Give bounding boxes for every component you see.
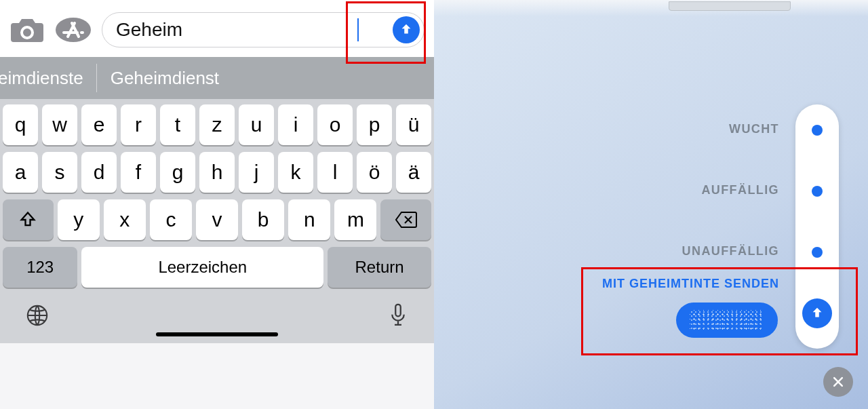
key-oe[interactable]: ö [357, 152, 392, 193]
top-blur [434, 0, 868, 16]
effect-dot-2[interactable] [812, 186, 823, 197]
key-k[interactable]: k [278, 152, 313, 193]
key-r[interactable]: r [121, 104, 156, 145]
key-q[interactable]: q [3, 104, 38, 145]
key-h[interactable]: h [199, 152, 235, 193]
key-j[interactable]: j [239, 152, 274, 193]
effect-label-gentle[interactable]: UNAUFFÄLLIG [682, 244, 779, 258]
key-y[interactable]: y [58, 199, 100, 240]
key-t[interactable]: t [160, 104, 195, 145]
effect-label-invisible-ink[interactable]: MIT GEHEIMTINTE SENDEN [602, 277, 779, 291]
space-key[interactable]: Leerzeichen [81, 247, 323, 288]
key-c[interactable]: c [150, 199, 192, 240]
camera-icon[interactable] [9, 16, 45, 43]
key-g[interactable]: g [160, 152, 195, 193]
key-z[interactable]: z [199, 104, 235, 145]
key-u[interactable]: u [239, 104, 274, 145]
return-key[interactable]: Return [328, 247, 431, 288]
key-n[interactable]: n [288, 199, 330, 240]
key-a[interactable]: a [3, 152, 38, 193]
key-l[interactable]: l [317, 152, 353, 193]
message-bubble-preview [676, 303, 778, 338]
key-i[interactable]: i [278, 104, 313, 145]
mic-icon[interactable] [388, 303, 408, 328]
key-f[interactable]: f [121, 152, 156, 193]
effect-label-loud[interactable]: AUFFÄLLIG [701, 183, 779, 197]
key-b[interactable]: b [242, 199, 284, 240]
keyboard: q w e r t z u i o p ü a s d f g h j k l … [0, 99, 434, 343]
key-e[interactable]: e [81, 104, 117, 145]
close-button[interactable] [823, 367, 853, 397]
numbers-key[interactable]: 123 [3, 247, 77, 288]
key-p[interactable]: p [357, 104, 392, 145]
key-o[interactable]: o [317, 104, 353, 145]
key-d[interactable]: d [81, 152, 117, 193]
key-ue[interactable]: ü [396, 104, 431, 145]
message-input[interactable] [116, 19, 359, 41]
suggestion-1[interactable]: eheimdienste [0, 57, 97, 99]
tab-indicator [669, 1, 791, 11]
key-m[interactable]: m [334, 199, 376, 240]
key-v[interactable]: v [196, 199, 238, 240]
effect-dot-3[interactable] [812, 247, 823, 258]
text-cursor [357, 18, 359, 41]
globe-icon[interactable] [26, 304, 49, 327]
key-ae[interactable]: ä [396, 152, 431, 193]
predictive-bar: eheimdienste Geheimdienst [0, 57, 434, 99]
invisible-ink-effect [690, 310, 764, 330]
svg-rect-2 [395, 305, 401, 317]
svg-point-0 [56, 18, 91, 42]
backspace-key[interactable] [380, 199, 431, 240]
key-x[interactable]: x [104, 199, 146, 240]
shift-key[interactable] [3, 199, 54, 240]
effect-dot-1[interactable] [812, 125, 823, 136]
send-button[interactable] [393, 16, 420, 43]
message-input-wrapper [102, 12, 425, 47]
home-indicator[interactable] [156, 332, 278, 336]
app-store-icon[interactable] [54, 16, 92, 43]
suggestion-2[interactable]: Geheimdienst [97, 57, 233, 99]
key-w[interactable]: w [42, 104, 77, 145]
key-s[interactable]: s [42, 152, 77, 193]
send-with-effect-button[interactable] [802, 298, 832, 328]
effect-label-slam[interactable]: WUCHT [729, 122, 779, 136]
